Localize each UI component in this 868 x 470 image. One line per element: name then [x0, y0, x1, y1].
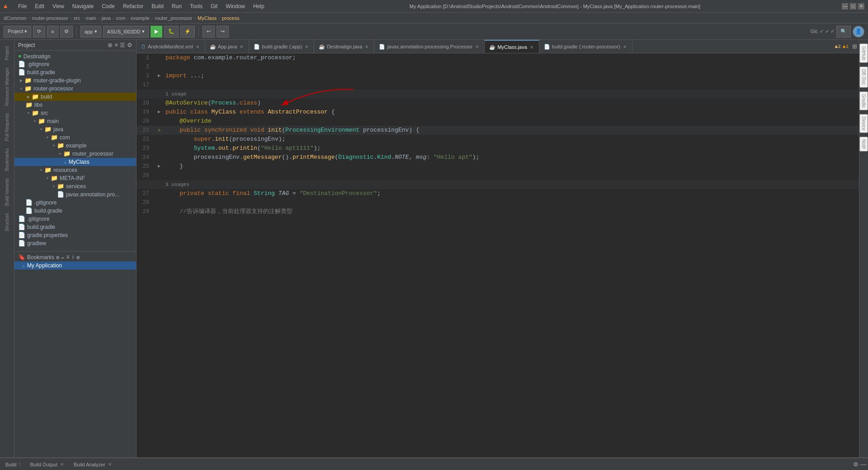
menu-view[interactable]: View	[49, 2, 68, 10]
minimize-button[interactable]: —	[842, 3, 848, 9]
user-icon-button[interactable]: 👤	[853, 26, 864, 38]
debug-button[interactable]: 🐛	[164, 26, 179, 38]
breadcrumb-item-8[interactable]: MyClass	[198, 15, 217, 21]
device-dropdown[interactable]: ASUS_I003DD ▾	[103, 26, 149, 38]
breadcrumb-item-4[interactable]: java	[102, 15, 111, 21]
database-doc-btn[interactable]: DB Doc	[859, 66, 868, 87]
tree-router-processor[interactable]: ▾ 📁 router-processor	[14, 85, 136, 93]
tree-example[interactable]: ▾ 📁 example	[14, 142, 136, 150]
build-minimize-btn[interactable]: —	[860, 461, 866, 468]
destination-java-tab-close[interactable]: ✕	[364, 44, 369, 50]
tree-com[interactable]: ▾ 📁 com	[14, 133, 136, 142]
notifications-btn[interactable]: Notif	[859, 137, 868, 152]
tree-build-gradle-rp[interactable]: 📄 build.gradle	[14, 207, 136, 215]
tree-gradle-properties[interactable]: 📄 gradle.properties	[14, 231, 136, 239]
build-output-tab-close[interactable]: ✕	[59, 461, 65, 467]
menu-help[interactable]: Help	[250, 2, 268, 10]
my-class-tab-close[interactable]: ✕	[529, 44, 534, 50]
menu-navigate[interactable]: Navigate	[69, 2, 97, 10]
menu-refactor[interactable]: Refactor	[119, 2, 147, 10]
breadcrumb-item-5[interactable]: com	[116, 15, 126, 21]
tree-router-gradle-plugin[interactable]: ▶ 📁 router-gradle-plugin	[14, 76, 136, 85]
tree-destination[interactable]: ● Destinatign	[14, 52, 136, 60]
tree-gitignore-rp[interactable]: 📄 .gitignore	[14, 199, 136, 207]
structure-button[interactable]: ≡	[47, 26, 58, 38]
resource-manager-tab[interactable]: Resource Manager	[4, 65, 10, 109]
run-button[interactable]: ▶	[151, 26, 162, 38]
tab-destination-java[interactable]: ☕ Destinatign.java ✕	[314, 40, 374, 53]
sidebar-sort-btn[interactable]: ≡	[114, 42, 118, 48]
build-gradle-router-tab-close[interactable]: ✕	[622, 44, 627, 50]
breadcrumb-item-7[interactable]: router_processor	[155, 15, 192, 21]
split-editor-button[interactable]: ⊞	[852, 43, 857, 50]
build-variants-tab[interactable]: Build Variants	[4, 176, 10, 209]
build-analyzer-tab-close[interactable]: ✕	[107, 461, 113, 467]
tree-meta-inf[interactable]: ▾ 📁 META-INF	[14, 174, 136, 182]
tab-javax-processor[interactable]: 📄 javax.annotation.processing.Processor …	[374, 40, 485, 53]
bottom-tab-build-output[interactable]: Build Output ✕	[26, 458, 68, 470]
structure-tab-left[interactable]: Structure	[4, 210, 10, 234]
menu-file[interactable]: File	[14, 2, 30, 10]
tree-router-processor-pkg[interactable]: ▾ 📁 router_processor	[14, 150, 136, 158]
tab-app-java[interactable]: ☕ App.java ✕	[205, 40, 250, 53]
maximize-button[interactable]: □	[850, 3, 856, 9]
build-gradle-app-tab-close[interactable]: ✕	[304, 44, 309, 50]
menu-edit[interactable]: Edit	[31, 2, 48, 10]
tab-my-class[interactable]: ☕ MyClass.java ✕	[485, 40, 539, 53]
close-button[interactable]: ✕	[858, 3, 864, 9]
settings-button[interactable]: ⚙	[60, 26, 73, 38]
tab-build-gradle-router[interactable]: 📄 build.gradle (:router-processor) ✕	[539, 40, 632, 53]
tree-javax-annotation[interactable]: 📄 javax.annotation.pro...	[14, 190, 136, 199]
bottom-tab-build-analyzer[interactable]: Build Analyzer ✕	[70, 458, 116, 470]
tree-build[interactable]: ▶ 📁 build	[14, 93, 136, 101]
gradle-btn[interactable]: Gradle	[859, 91, 868, 110]
app-java-tab-close[interactable]: ✕	[239, 44, 244, 50]
tree-my-class[interactable]: ☕ MyClass	[14, 158, 136, 166]
tree-resources[interactable]: ▾ 📁 resources	[14, 166, 136, 174]
app-config-dropdown[interactable]: app ▾	[80, 26, 101, 38]
bookmarks-tab[interactable]: Bookmarks	[4, 146, 10, 174]
tab-build-gradle-app[interactable]: 📄 build.gradle (:app) ✕	[249, 40, 314, 53]
menu-git[interactable]: Git	[207, 2, 221, 10]
device-manager-btn[interactable]: Device	[859, 114, 868, 133]
javax-processor-tab-close[interactable]: ✕	[474, 44, 480, 50]
menu-window[interactable]: Window	[222, 2, 249, 10]
sidebar-filter-btn[interactable]: ☰	[120, 42, 125, 48]
manifest-tab-close[interactable]: ✕	[195, 44, 200, 50]
search-everywhere-button[interactable]: 🔍	[836, 26, 851, 38]
tree-src[interactable]: ▾ 📁 src	[14, 109, 136, 117]
project-tab[interactable]: Project	[4, 43, 10, 63]
tree-gitignore-app[interactable]: 📄 .gitignore	[14, 215, 136, 223]
redo-button[interactable]: ↪	[217, 26, 229, 38]
breadcrumb-item-6[interactable]: example	[131, 15, 150, 21]
build-settings-btn[interactable]: ⚙	[853, 461, 859, 468]
breadcrumb-item-0[interactable]: dCommon	[4, 15, 27, 21]
tree-gradlew[interactable]: 📄 gradlew	[14, 239, 136, 247]
menu-tools[interactable]: Tools	[186, 2, 206, 10]
github-copilot-btn[interactable]: GitHub	[859, 43, 868, 63]
pull-requests-tab[interactable]: Pull Requests	[4, 110, 10, 144]
sidebar-collapse-btn[interactable]: ⊕	[108, 42, 113, 48]
tree-build-gradle-0[interactable]: 📄 build.gradle	[14, 68, 136, 76]
tree-build-gradle-app[interactable]: 📄 build.gradle	[14, 223, 136, 231]
menu-code[interactable]: Code	[98, 2, 118, 10]
tree-gitignore-0[interactable]: 📄 .gitignore	[14, 60, 136, 68]
menu-build[interactable]: Build	[148, 2, 167, 10]
tree-java[interactable]: ▾ 📁 java	[14, 125, 136, 133]
tree-libs[interactable]: 📁 libs	[14, 101, 136, 109]
sidebar-settings-btn[interactable]: ⚙	[127, 42, 132, 48]
sync-button[interactable]: ⟳	[33, 26, 45, 38]
undo-button[interactable]: ↩	[203, 26, 215, 38]
tree-main[interactable]: ▾ 📁 main	[14, 117, 136, 125]
breadcrumb-item-3[interactable]: main	[85, 15, 96, 21]
tab-android-manifest[interactable]: 🗒 AndroidManifest.xml ✕	[137, 40, 205, 53]
tree-my-application[interactable]: ☕ My Application	[14, 261, 136, 270]
profile-button[interactable]: ⚡	[180, 26, 195, 38]
breadcrumb-item-9[interactable]: process	[222, 15, 240, 21]
menu-run[interactable]: Run	[168, 2, 185, 10]
code-editor[interactable]: 1 package com.example.router_processor; …	[137, 53, 859, 457]
bookmarks-header[interactable]: 🔖 Bookmarks ⚙ ✏ ≡ ↕ ⚙	[14, 253, 136, 261]
project-dropdown[interactable]: Project ▾	[4, 26, 31, 38]
breadcrumb-item-1[interactable]: router-processor	[32, 15, 68, 21]
breadcrumb-item-2[interactable]: src	[74, 15, 80, 21]
